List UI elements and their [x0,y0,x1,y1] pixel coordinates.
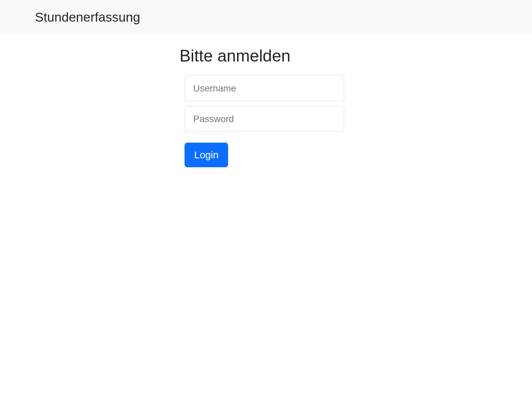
app-title: Stundenerfassung [35,10,140,24]
navbar: Stundenerfassung [0,0,532,35]
login-heading: Bitte anmelden [180,46,352,66]
main-content: Bitte anmelden Login [0,35,532,167]
password-input[interactable] [185,106,344,132]
login-form: Login [180,75,352,167]
login-button[interactable]: Login [185,143,228,167]
username-input[interactable] [185,75,344,101]
